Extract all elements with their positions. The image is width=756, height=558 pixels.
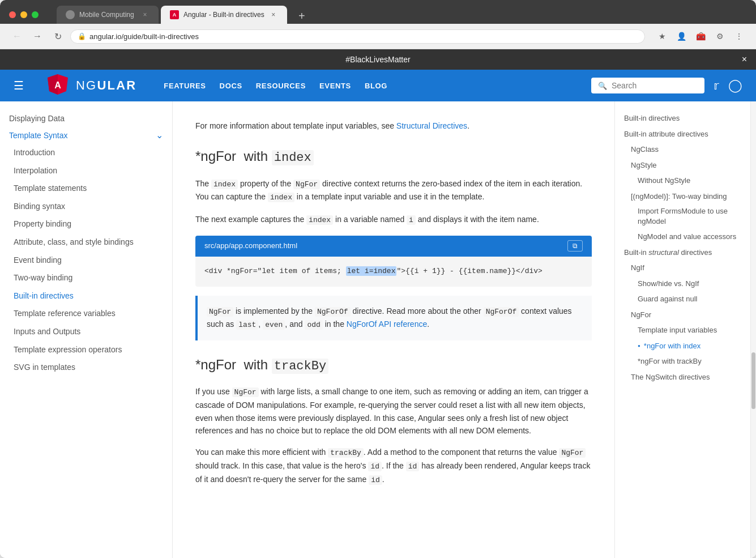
blm-close-button[interactable]: × — [742, 54, 747, 65]
rs-template-input-variables[interactable]: Template input variables — [615, 322, 750, 338]
rs-ngmodel-value-accessors[interactable]: NgModel and value accessors — [615, 229, 750, 245]
sidebar-section-template-syntax[interactable]: Template Syntax ⌄ — [0, 126, 172, 144]
code-highlight: let i=index — [346, 266, 397, 276]
nav-docs[interactable]: DOCS — [220, 82, 242, 90]
sidebar-item-property-binding[interactable]: Property binding — [0, 215, 172, 233]
rs-ngfor-with-index[interactable]: *ngFor with index — [615, 338, 750, 354]
code-block-body: <div *ngFor="let item of items; let i=in… — [195, 257, 592, 287]
github-icon[interactable]: ◯ — [728, 78, 742, 93]
menu-icon[interactable]: ⋮ — [731, 28, 747, 44]
main-content: For more information about template inpu… — [173, 101, 614, 558]
rs-ngif[interactable]: NgIf — [615, 260, 750, 276]
search-input[interactable] — [612, 81, 698, 90]
sidebar-item-attribute-bindings[interactable]: Attribute, class, and style bindings — [0, 233, 172, 252]
index-code-3: index — [306, 215, 333, 225]
ngforof-code-1: NgForOf — [315, 307, 351, 317]
structural-directives-link[interactable]: Structural Directives — [396, 121, 467, 130]
sidebar-item-binding-syntax[interactable]: Binding syntax — [0, 198, 172, 216]
sidebar-item-event-binding[interactable]: Event binding — [0, 252, 172, 270]
sidebar-item-displaying-data[interactable]: Displaying Data — [0, 110, 172, 126]
rs-ngstyle[interactable]: NgStyle — [615, 157, 750, 173]
sidebar-item-interpolation[interactable]: Interpolation — [0, 162, 172, 180]
id-code-2: id — [406, 462, 420, 471]
rs-ngclass[interactable]: NgClass — [615, 142, 750, 157]
ngforof-api-link[interactable]: NgForOf API reference — [347, 320, 427, 329]
copy-button[interactable]: ⧉ — [567, 240, 583, 252]
extension-icon[interactable]: 🧰 — [693, 28, 708, 44]
ngfor-code-note1: NgFor — [207, 307, 233, 317]
page-content: Displaying Data Template Syntax ⌄ Introd… — [0, 101, 756, 558]
rs-built-in-directives[interactable]: Built-in directives — [615, 110, 750, 126]
sidebar-item-built-in-directives[interactable]: Built-in directives — [0, 287, 172, 305]
sidebar-item-svg-templates[interactable]: SVG in templates — [0, 359, 172, 377]
minimize-button[interactable] — [20, 11, 27, 18]
header-nav: FEATURES DOCS RESOURCES EVENTS BLOG — [164, 82, 387, 90]
lock-icon: 🔒 — [78, 32, 86, 40]
tab-close-angular[interactable]: × — [269, 10, 278, 19]
close-button[interactable] — [9, 11, 16, 18]
sidebar-item-template-statements[interactable]: Template statements — [0, 180, 172, 198]
nav-features[interactable]: FEATURES — [164, 82, 206, 90]
nav-resources[interactable]: RESOURCES — [256, 82, 306, 90]
forward-button[interactable]: → — [29, 28, 45, 44]
section2-heading: *ngFor with trackBy — [195, 354, 592, 376]
section1-p1: The index property of the NgFor directiv… — [195, 177, 592, 205]
rs-ngfor[interactable]: NgFor — [615, 307, 750, 323]
browser-actions: ★ 👤 🧰 ⚙ ⋮ — [654, 28, 747, 44]
index-code-2: index — [268, 193, 294, 202]
code-line-start: <div *ngFor="let item of items; — [204, 267, 346, 275]
puzzle-icon[interactable]: ⚙ — [712, 28, 728, 44]
url-bar[interactable]: 🔒 angular.io/guide/built-in-directives — [70, 29, 645, 44]
id-code-1: id — [368, 462, 382, 471]
scrollbar-thumb[interactable] — [751, 352, 755, 409]
rs-show-hide-ngif[interactable]: Show/hide vs. NgIf — [615, 276, 750, 292]
note-block: NgFor is implemented by the NgForOf dire… — [195, 296, 592, 341]
sidebar-item-template-ref-vars[interactable]: Template reference variables — [0, 305, 172, 323]
code-line-end: ">{{i + 1}} - {{item.name}}</div> — [396, 267, 542, 275]
angular-logo[interactable]: A NGULAR — [46, 73, 136, 98]
rs-without-ngstyle[interactable]: Without NgStyle — [615, 173, 750, 189]
section1-p2: The next example captures the index in a… — [195, 213, 592, 227]
sidebar-item-introduction[interactable]: Introduction — [0, 144, 172, 162]
nav-events[interactable]: EVENTS — [319, 82, 351, 90]
add-tab-button[interactable]: + — [294, 8, 310, 24]
reload-button[interactable]: ↻ — [50, 28, 66, 44]
right-sidebar: Built-in directives Built-in attribute d… — [614, 101, 750, 558]
odd-code: odd — [305, 320, 322, 330]
back-button[interactable]: ← — [9, 28, 25, 44]
section1-heading: *ngFor with index — [195, 146, 592, 168]
scrollbar-track[interactable] — [750, 101, 756, 558]
sidebar-item-template-expression-ops[interactable]: Template expression operators — [0, 341, 172, 359]
chevron-down-icon: ⌄ — [156, 130, 163, 140]
rs-guard-against-null[interactable]: Guard against null — [615, 291, 750, 307]
code-block: src/app/app.component.html ⧉ <div *ngFor… — [195, 236, 592, 287]
rs-the-ngswitch-directives[interactable]: The NgSwitch directives — [615, 369, 750, 385]
last-code: last — [236, 320, 258, 330]
search-box[interactable]: 🔍 — [591, 78, 704, 93]
hamburger-menu-icon[interactable]: ☰ — [14, 79, 24, 92]
id-code-3: id — [369, 475, 382, 485]
url-text: angular.io/guide/built-in-directives — [89, 32, 199, 41]
ngfor-code-s2b: NgFor — [559, 448, 586, 458]
rs-ngfor-with-trackby[interactable]: *ngFor with trackBy — [615, 353, 750, 369]
twitter-icon[interactable]: 𝕣 — [714, 79, 719, 92]
bookmark-icon[interactable]: ★ — [654, 28, 670, 44]
profile-icon[interactable]: 👤 — [673, 28, 689, 44]
tab-angular[interactable]: A Angular - Built-in directives × — [161, 6, 287, 24]
tab-mobile-computing[interactable]: Mobile Computing × — [57, 6, 159, 24]
rs-built-in-attribute-directives[interactable]: Built-in attribute directives — [615, 126, 750, 142]
note-text: NgFor is implemented by the NgForOf dire… — [207, 305, 583, 332]
tab-title-angular: Angular - Built-in directives — [183, 11, 264, 19]
maximize-button[interactable] — [32, 11, 39, 18]
header-right: 🔍 𝕣 ◯ — [591, 78, 742, 93]
rs-ngmodel-two-way[interactable]: [(ngModel)]: Two-way binding — [615, 189, 750, 205]
tab-close-mobile[interactable]: × — [140, 10, 150, 19]
sidebar-item-two-way-binding[interactable]: Two-way binding — [0, 269, 172, 287]
left-sidebar: Displaying Data Template Syntax ⌄ Introd… — [0, 101, 173, 558]
blm-text: #BlackLivesMatter — [345, 55, 410, 64]
rs-import-forms-module[interactable]: Import FormsModule to use ngModel — [615, 204, 750, 229]
nav-blog[interactable]: BLOG — [365, 82, 387, 90]
rs-built-in-structural-directives[interactable]: Built-in structural directives — [615, 245, 750, 261]
sidebar-item-inputs-outputs[interactable]: Inputs and Outputs — [0, 323, 172, 341]
intro-text: For more information about template inpu… — [195, 120, 592, 132]
